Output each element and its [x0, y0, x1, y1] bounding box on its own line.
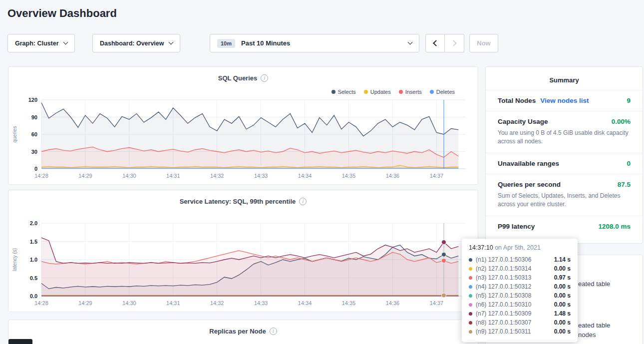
- tooltip-row: (n9) 127.0.0.1:503110.00 s: [469, 327, 571, 336]
- tooltip-date: on Apr 5th, 2021: [495, 244, 541, 251]
- p99-label: P99 latency: [498, 223, 535, 230]
- total-nodes-label: Total Nodes: [498, 97, 536, 104]
- chart-tooltip-rows: (n1) 127.0.0.1:503061.14 s(n2) 127.0.0.1…: [469, 255, 571, 336]
- tooltip-timestamp: 14:37:10 on Apr 5th, 2021: [469, 244, 571, 251]
- summary-row-qps: Queries per second 87.5 Sum of Selects, …: [486, 174, 643, 216]
- capacity-label: Capacity Usage: [498, 118, 548, 125]
- svg-text:2.0: 2.0: [30, 220, 37, 226]
- svg-text:14:28: 14:28: [34, 173, 48, 179]
- legend-item-deletes[interactable]: Deletes: [430, 89, 455, 95]
- service-latency-chart[interactable]: 0.00.51.01.52.014:2814:2914:3014:3114:32…: [10, 218, 476, 309]
- service-latency-panel: Service Latency: SQL, 99th percentile i …: [8, 190, 478, 312]
- tooltip-row: (n4) 127.0.0.1:503120.00 s: [469, 282, 571, 291]
- svg-text:14:36: 14:36: [386, 173, 400, 179]
- svg-text:14:35: 14:35: [342, 300, 356, 306]
- svg-text:0.5: 0.5: [30, 275, 37, 281]
- service-latency-title: Service Latency: SQL, 99th percentile: [180, 198, 296, 205]
- graph-scope-dropdown[interactable]: Graph: Cluster: [7, 34, 75, 52]
- replicas-title: Replicas per Node: [209, 328, 266, 335]
- view-nodes-list-link[interactable]: View nodes list: [540, 97, 589, 104]
- svg-text:0.0: 0.0: [30, 293, 37, 299]
- time-range-dropdown[interactable]: 10m Past 10 Minutes: [210, 34, 419, 52]
- tooltip-row: (n5) 127.0.0.1:503080.00 s: [469, 291, 571, 300]
- tooltip-node-label: (n5) 127.0.0.1:50308: [476, 292, 549, 299]
- svg-text:14:29: 14:29: [78, 173, 92, 179]
- now-button[interactable]: Now: [469, 34, 498, 52]
- event-item-fragment: nodes: [578, 331, 596, 339]
- sql-queries-legend: SelectsUpdatesInsertsDeletes: [331, 89, 455, 95]
- svg-text:14:30: 14:30: [122, 173, 136, 179]
- tooltip-row: (n8) 127.0.0.1:503070.00 s: [469, 318, 571, 327]
- tooltip-node-label: (n2) 127.0.0.1:50314: [476, 265, 549, 272]
- page-title: Overview Dashboard: [7, 7, 117, 20]
- legend-dot-icon: [331, 90, 335, 94]
- tooltip-row: (n1) 127.0.0.1:503061.14 s: [469, 255, 571, 264]
- summary-row-p99: P99 latency 1208.0 ms: [486, 216, 643, 237]
- sql-queries-title-row: SQL Queries i: [8, 74, 478, 82]
- legend-item-updates[interactable]: Updates: [364, 89, 391, 95]
- node-color-dot-icon: [469, 303, 472, 307]
- info-icon[interactable]: i: [261, 74, 268, 82]
- chevron-down-icon: [408, 40, 413, 45]
- legend-label: Deletes: [436, 89, 455, 95]
- capacity-value: 0.00%: [612, 118, 631, 125]
- node-color-dot-icon: [469, 321, 472, 325]
- tooltip-node-label: (n3) 127.0.0.1:50313: [476, 274, 549, 281]
- time-range-label: Past 10 Minutes: [241, 39, 290, 47]
- partial-axis-tooltip: [8, 339, 32, 344]
- summary-panel: Summary Total Nodes View nodes list 9 Ca…: [485, 66, 643, 244]
- total-nodes-value: 9: [627, 97, 631, 104]
- event-item-fragment: eated table: [578, 322, 610, 329]
- qps-description: Sum of Selects, Updates, Inserts, and De…: [498, 192, 631, 209]
- svg-text:14:33: 14:33: [254, 300, 268, 306]
- time-prev-button[interactable]: [425, 34, 445, 52]
- svg-text:14:29: 14:29: [78, 300, 92, 306]
- svg-text:14:34: 14:34: [298, 173, 312, 179]
- svg-text:14:33: 14:33: [254, 173, 268, 179]
- info-icon[interactable]: i: [270, 328, 277, 335]
- summary-row-unavailable-ranges: Unavailable ranges 0: [486, 153, 643, 174]
- sql-queries-chart[interactable]: 030609012014:2814:2914:3014:3114:3214:33…: [10, 96, 476, 182]
- summary-row-capacity: Capacity Usage 0.00% You are using 0 B o…: [486, 111, 643, 153]
- dashboard-label: Dashboard: Overview: [100, 40, 164, 47]
- svg-text:0: 0: [34, 166, 37, 172]
- capacity-description: You are using 0 B of 4.5 GiB usable disk…: [498, 129, 631, 146]
- time-next-button[interactable]: [445, 34, 464, 52]
- node-color-dot-icon: [469, 267, 472, 271]
- legend-label: Updates: [370, 89, 391, 95]
- tooltip-node-value: 1.48 s: [549, 310, 571, 317]
- svg-text:14:32: 14:32: [210, 173, 224, 179]
- tooltip-node-value: 0.97 s: [549, 274, 571, 281]
- tooltip-row: (n3) 127.0.0.1:503130.97 s: [469, 273, 571, 282]
- svg-text:14:32: 14:32: [210, 300, 224, 306]
- svg-text:14:28: 14:28: [34, 300, 48, 306]
- svg-text:14:36: 14:36: [386, 300, 400, 306]
- service-latency-title-row: Service Latency: SQL, 99th percentile i: [8, 198, 478, 205]
- svg-text:1.0: 1.0: [30, 257, 37, 263]
- legend-item-inserts[interactable]: Inserts: [399, 89, 422, 95]
- svg-text:14:35: 14:35: [342, 173, 356, 179]
- svg-text:14:34: 14:34: [298, 300, 312, 306]
- svg-text:1.5: 1.5: [30, 239, 37, 245]
- svg-text:latency (s): latency (s): [12, 248, 17, 271]
- dashboard-dropdown[interactable]: Dashboard: Overview: [92, 34, 180, 52]
- now-label: Now: [477, 39, 490, 47]
- node-color-dot-icon: [469, 276, 472, 280]
- legend-item-selects[interactable]: Selects: [331, 89, 356, 95]
- replicas-panel: Replicas per Node i: [8, 320, 478, 344]
- tooltip-node-value: 0.00 s: [549, 292, 571, 299]
- node-color-dot-icon: [469, 330, 472, 334]
- legend-dot-icon: [399, 90, 403, 94]
- tooltip-node-value: 0.00 s: [549, 301, 571, 308]
- node-color-dot-icon: [469, 285, 472, 289]
- replicas-title-row: Replicas per Node i: [8, 328, 478, 335]
- legend-dot-icon: [364, 90, 368, 94]
- svg-text:120: 120: [28, 97, 37, 103]
- svg-text:14:30: 14:30: [122, 300, 136, 306]
- event-item-fragment: eated table: [578, 280, 610, 288]
- qps-label: Queries per second: [498, 181, 561, 188]
- svg-text:queries: queries: [12, 126, 17, 143]
- info-icon[interactable]: i: [299, 198, 307, 205]
- legend-label: Inserts: [405, 89, 422, 95]
- chevron-down-icon: [63, 40, 68, 45]
